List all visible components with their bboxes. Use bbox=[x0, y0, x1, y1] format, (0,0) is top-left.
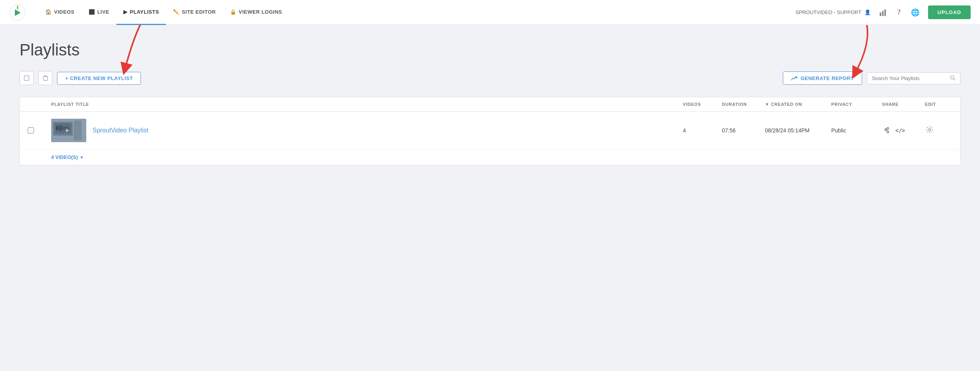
col-header-title: PLAYLIST TITLE bbox=[51, 102, 683, 107]
toolbar: + CREATE NEW PLAYLIST GENERATE REPORT bbox=[20, 71, 960, 85]
checkbox-icon bbox=[24, 75, 29, 81]
col-header-checkbox bbox=[28, 102, 51, 107]
nav-links: 🏠 VIDEOS ⬛ LIVE ▶ PLAYLISTS ✏️ SITE EDIT… bbox=[38, 0, 795, 25]
report-icon bbox=[791, 75, 797, 81]
cell-edit bbox=[925, 125, 952, 136]
page-title: Playlists bbox=[20, 41, 960, 59]
help-icon-btn[interactable]: ? bbox=[896, 7, 902, 18]
embed-button[interactable]: </> bbox=[894, 126, 906, 135]
bar-chart-icon bbox=[879, 9, 887, 16]
brand-logo[interactable] bbox=[9, 4, 26, 21]
search-button[interactable] bbox=[950, 75, 955, 82]
svg-rect-14 bbox=[74, 121, 82, 140]
share-icon bbox=[883, 126, 890, 133]
col-header-created-on[interactable]: ▼ CREATED ON bbox=[765, 102, 831, 107]
settings-button[interactable] bbox=[925, 125, 934, 136]
svg-line-7 bbox=[954, 78, 955, 80]
user-menu[interactable]: SPROUTVIDEO - SUPPORT 👤 bbox=[795, 9, 871, 15]
cell-created-on: 08/28/24 05:14PM bbox=[765, 127, 831, 134]
nav-item-viewer-logins[interactable]: 🔒 VIEWER LOGINS bbox=[223, 0, 289, 25]
question-icon: ? bbox=[897, 8, 901, 16]
nav-item-playlists[interactable]: ▶ PLAYLISTS bbox=[116, 0, 166, 25]
search-box[interactable] bbox=[867, 72, 960, 84]
generate-report-label: GENERATE REPORT bbox=[800, 75, 854, 81]
share-actions: </> bbox=[882, 125, 925, 136]
upload-label: UPLOAD bbox=[937, 9, 961, 15]
svg-rect-2 bbox=[880, 12, 881, 16]
svg-rect-3 bbox=[882, 11, 884, 16]
gear-icon bbox=[926, 126, 934, 134]
navbar: 🏠 VIDEOS ⬛ LIVE ▶ PLAYLISTS ✏️ SITE EDIT… bbox=[0, 0, 980, 25]
playlist-info: SproutVideo Playlist bbox=[51, 119, 683, 142]
svg-rect-13 bbox=[60, 125, 61, 131]
table-row: SproutVideo Playlist 4 07:56 08/28/24 05… bbox=[20, 112, 960, 150]
table-header: PLAYLIST TITLE VIDEOS DURATION ▼ CREATED… bbox=[20, 97, 960, 112]
playlist-thumbnail bbox=[51, 119, 86, 142]
create-playlist-button[interactable]: + CREATE NEW PLAYLIST bbox=[57, 72, 141, 85]
cell-duration: 07:56 bbox=[722, 127, 765, 134]
nav-label-viewer-logins: VIEWER LOGINS bbox=[239, 9, 282, 15]
col-header-duration: DURATION bbox=[722, 102, 765, 107]
user-label: SPROUTVIDEO - SUPPORT bbox=[795, 9, 861, 15]
generate-report-button[interactable]: GENERATE REPORT bbox=[783, 71, 862, 85]
share-link-button[interactable] bbox=[882, 125, 891, 136]
col-header-edit: EDIT bbox=[925, 102, 952, 107]
nav-right: SPROUTVIDEO - SUPPORT 👤 ? 🌐 bbox=[795, 5, 971, 19]
col-header-share: SHARE bbox=[882, 102, 925, 107]
col-header-videos: VIDEOS bbox=[683, 102, 722, 107]
nav-label-site-editor: SITE EDITOR bbox=[182, 9, 216, 15]
nav-item-live[interactable]: ⬛ LIVE bbox=[82, 0, 116, 25]
search-icon bbox=[950, 75, 955, 80]
playlist-name-text: SproutVideo Playlist bbox=[93, 127, 148, 134]
toolbar-right: GENERATE REPORT bbox=[783, 71, 960, 85]
video-count-link[interactable]: 4 VIDEO(S) ▼ bbox=[51, 154, 952, 160]
chevron-down-icon: ▼ bbox=[80, 155, 84, 160]
playlist-name-link[interactable]: SproutVideo Playlist bbox=[93, 127, 148, 134]
upload-button[interactable]: UPLOAD bbox=[928, 5, 971, 19]
search-input[interactable] bbox=[872, 75, 950, 81]
home-icon: 🏠 bbox=[45, 9, 52, 15]
cell-privacy: Public bbox=[831, 127, 882, 134]
row-checkbox-input[interactable] bbox=[28, 127, 34, 134]
edit-icon: ✏️ bbox=[173, 9, 180, 15]
svg-rect-4 bbox=[884, 9, 886, 16]
lock-icon: 🔒 bbox=[230, 9, 237, 15]
nav-item-site-editor[interactable]: ✏️ SITE EDITOR bbox=[166, 0, 223, 25]
svg-point-18 bbox=[928, 128, 931, 131]
create-label: + CREATE NEW PLAYLIST bbox=[65, 75, 133, 81]
playlist-icon: ▶ bbox=[123, 9, 128, 15]
nav-item-videos[interactable]: 🏠 VIDEOS bbox=[38, 0, 82, 25]
analytics-icon-btn[interactable] bbox=[878, 7, 889, 18]
trash-icon bbox=[43, 75, 48, 81]
video-count-label: 4 VIDEO(S) bbox=[51, 154, 78, 160]
video-count-row: 4 VIDEO(S) ▼ bbox=[20, 150, 960, 165]
col-header-privacy: PRIVACY bbox=[831, 102, 882, 107]
language-icon-btn[interactable]: 🌐 bbox=[909, 7, 921, 18]
live-icon: ⬛ bbox=[89, 9, 95, 15]
embed-icon: </> bbox=[895, 127, 905, 134]
select-all-checkbox[interactable] bbox=[20, 71, 34, 85]
nav-label-videos: VIDEOS bbox=[54, 9, 75, 15]
svg-rect-5 bbox=[24, 76, 29, 80]
playlist-table: PLAYLIST TITLE VIDEOS DURATION ▼ CREATED… bbox=[20, 97, 960, 166]
nav-label-playlists: PLAYLISTS bbox=[130, 9, 159, 15]
row-checkbox[interactable] bbox=[28, 127, 51, 134]
user-avatar-icon: 👤 bbox=[864, 9, 871, 15]
main-content: Playlists + CREATE NEW PLAYLIST bbox=[0, 25, 980, 181]
cell-videos: 4 bbox=[683, 127, 722, 134]
svg-rect-12 bbox=[56, 126, 58, 130]
nav-label-live: LIVE bbox=[97, 9, 109, 15]
delete-button[interactable] bbox=[38, 71, 52, 85]
globe-icon: 🌐 bbox=[911, 8, 919, 17]
